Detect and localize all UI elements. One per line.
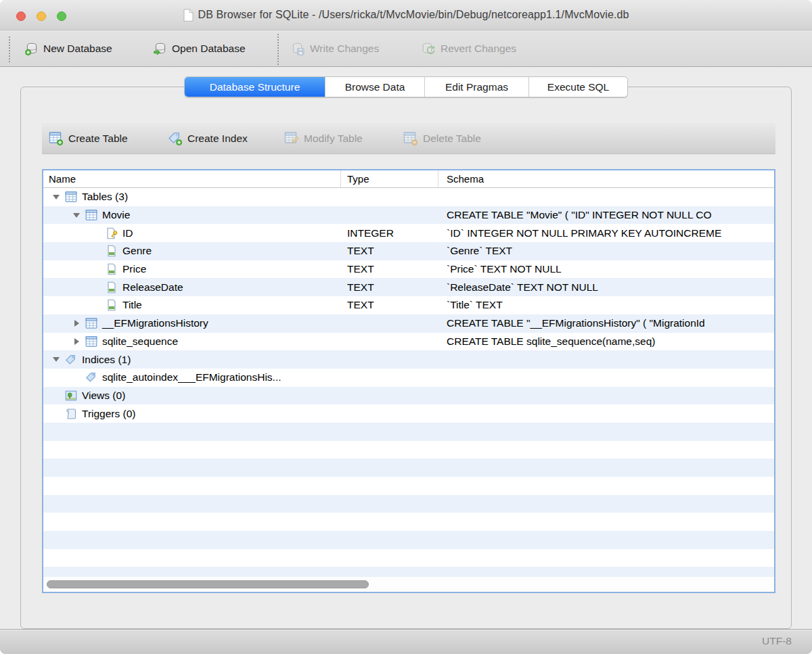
tag-icon xyxy=(65,354,77,366)
tree-row-label: Movie xyxy=(102,209,130,221)
main-toolbar: New Database Open Database xyxy=(0,31,812,67)
disclosure-triangle-collapsed-icon[interactable] xyxy=(74,320,79,327)
tree-row-type: INTEGER xyxy=(341,227,438,239)
encoding-label: UTF-8 xyxy=(762,635,792,647)
revert-changes-icon xyxy=(421,42,436,56)
field-key-icon xyxy=(106,227,118,239)
tree-row-label: __EFMigrationsHistory xyxy=(102,317,208,329)
delete-table-button[interactable]: Delete Table xyxy=(403,123,481,154)
open-database-icon xyxy=(153,42,167,56)
write-changes-button[interactable]: Write Changes xyxy=(291,31,379,66)
trigger-icon xyxy=(65,408,77,420)
tree-row-name-cell: sqlite_autoindex___EFMigrationsHis... xyxy=(43,369,341,387)
field-icon xyxy=(106,281,118,294)
write-changes-icon xyxy=(291,42,305,56)
delete-table-icon xyxy=(403,131,418,146)
revert-changes-button[interactable]: Revert Changes xyxy=(421,31,516,66)
revert-changes-label: Revert Changes xyxy=(441,43,516,55)
disclosure-triangle-collapsed-icon[interactable] xyxy=(74,338,79,345)
tab-database-structure[interactable]: Database Structure xyxy=(185,77,325,97)
tree-rows: Tables (3)MovieCREATE TABLE "Movie" ( "I… xyxy=(43,188,774,585)
table-icon xyxy=(85,317,97,329)
tree-row-label: Genre xyxy=(122,245,152,257)
tab-edit-pragmas[interactable]: Edit Pragmas xyxy=(424,77,528,97)
document-icon xyxy=(183,9,194,22)
table-icon xyxy=(85,335,97,348)
horizontal-scrollbar-thumb[interactable] xyxy=(47,580,369,588)
new-database-button[interactable]: New Database xyxy=(24,31,112,66)
window-title: DB Browser for SQLite - /Users/ricka/t/M… xyxy=(198,9,629,21)
tree-row-label: Tables (3) xyxy=(82,191,128,203)
structure-toolbar: Create Table Create Index xyxy=(42,123,775,154)
tree-row-label: ReleaseDate xyxy=(122,281,183,294)
tree-row-label: sqlite_sequence xyxy=(102,335,178,348)
create-table-button[interactable]: Create Table xyxy=(49,123,128,154)
tree-row[interactable]: GenreTEXT`Genre` TEXT xyxy=(43,242,774,260)
tree-row[interactable]: PriceTEXT`Price` TEXT NOT NULL xyxy=(43,260,774,279)
expander-slot xyxy=(68,320,85,327)
app-window: DB Browser for SQLite - /Users/ricka/t/M… xyxy=(0,0,812,654)
tab-browse-data[interactable]: Browse Data xyxy=(325,77,424,97)
tree-row[interactable]: __EFMigrationsHistoryCREATE TABLE "__EFM… xyxy=(43,314,774,333)
empty-row xyxy=(43,513,774,531)
disclosure-triangle-expanded-icon[interactable] xyxy=(53,357,60,362)
tree-row[interactable]: Indices (1) xyxy=(43,350,774,369)
tree-row-name-cell: ID xyxy=(43,224,341,242)
disclosure-triangle-expanded-icon[interactable] xyxy=(73,213,80,218)
tab-execute-sql[interactable]: Execute SQL xyxy=(528,77,627,97)
tree-row-schema: `ReleaseDate` TEXT NOT NULL xyxy=(438,281,774,294)
tree-row-name-cell: Genre xyxy=(43,242,341,260)
column-header-name[interactable]: Name xyxy=(43,170,341,187)
tree-row[interactable]: ReleaseDateTEXT`ReleaseDate` TEXT NOT NU… xyxy=(43,278,774,296)
tree-row-schema: `Title` TEXT xyxy=(438,299,774,311)
tree-row-type: TEXT xyxy=(341,299,438,311)
tree-row-name-cell: Movie xyxy=(43,206,341,225)
tree-row[interactable]: sqlite_sequenceCREATE TABLE sqlite_seque… xyxy=(43,333,774,351)
new-database-icon xyxy=(24,42,39,56)
tree-row-name-cell: Views (0) xyxy=(43,387,341,405)
modify-table-button[interactable]: Modify Table xyxy=(284,123,363,154)
tree-row-type: TEXT xyxy=(341,281,438,294)
open-database-label: Open Database xyxy=(172,43,246,55)
tree-row[interactable]: Views (0) xyxy=(43,387,774,405)
create-index-button[interactable]: Create Index xyxy=(168,123,248,154)
expander-slot xyxy=(68,338,85,345)
tree-row[interactable]: MovieCREATE TABLE "Movie" ( "ID" INTEGER… xyxy=(43,206,774,225)
field-icon xyxy=(106,299,118,311)
toolbar-separator xyxy=(277,34,279,65)
tree-row-label: Indices (1) xyxy=(82,354,131,366)
modify-table-icon xyxy=(284,131,299,146)
empty-row xyxy=(43,441,774,459)
disclosure-triangle-expanded-icon[interactable] xyxy=(53,195,60,200)
tree-row-schema: `Price` TEXT NOT NULL xyxy=(438,263,774,275)
tree-row-name-cell: Triggers (0) xyxy=(43,404,341,423)
empty-row xyxy=(43,459,774,477)
zoom-button[interactable] xyxy=(57,11,66,21)
tree-row[interactable]: Triggers (0) xyxy=(43,404,774,423)
empty-row xyxy=(43,495,774,513)
empty-row xyxy=(43,477,774,495)
close-button[interactable] xyxy=(16,11,26,21)
tree-row-schema: CREATE TABLE "__EFMigrationsHistory" ( "… xyxy=(438,317,774,329)
tree-row[interactable]: Tables (3) xyxy=(43,188,774,206)
empty-row xyxy=(43,423,774,441)
tree-row[interactable]: TitleTEXT`Title` TEXT xyxy=(43,296,774,314)
minimize-button[interactable] xyxy=(37,11,46,21)
view-icon xyxy=(65,390,77,402)
tree-row[interactable]: sqlite_autoindex___EFMigrationsHis... xyxy=(43,369,774,387)
tree-row-label: Title xyxy=(122,299,142,311)
column-header-type[interactable]: Type xyxy=(341,170,438,187)
tree-row[interactable]: IDINTEGER`ID` INTEGER NOT NULL PRIMARY K… xyxy=(43,224,774,242)
write-changes-label: Write Changes xyxy=(310,43,379,55)
tree-row-name-cell: Tables (3) xyxy=(43,188,341,206)
toolbar-drag-handle[interactable] xyxy=(9,37,10,62)
tree-row-schema: `ID` INTEGER NOT NULL PRIMARY KEY AUTOIN… xyxy=(438,227,774,239)
column-header-schema[interactable]: Schema xyxy=(438,170,774,187)
schema-tree: Name Type Schema Tables (3)MovieCREATE T… xyxy=(42,169,775,593)
expander-slot xyxy=(68,213,85,218)
open-database-button[interactable]: Open Database xyxy=(153,31,246,66)
tree-row-label: Triggers (0) xyxy=(82,408,136,420)
create-index-label: Create Index xyxy=(187,133,248,145)
field-icon xyxy=(106,263,118,275)
modify-table-label: Modify Table xyxy=(304,133,363,145)
